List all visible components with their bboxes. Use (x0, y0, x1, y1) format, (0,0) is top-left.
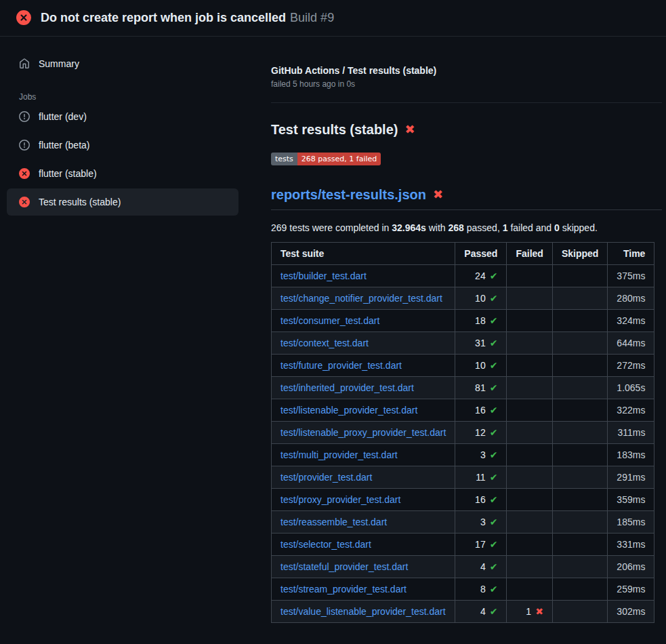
check-icon: ✔ (490, 360, 498, 371)
passed-cell: 16✔ (455, 399, 507, 421)
skipped-cell (552, 421, 607, 443)
page-title: Do not create report when job is cancell… (41, 10, 334, 26)
passed-count: 11 (476, 472, 486, 483)
x-circle-fill-icon (16, 10, 31, 25)
failed-cell (507, 510, 552, 533)
table-header-row: Test suitePassedFailedSkippedTime (272, 242, 654, 264)
suite-link[interactable]: test/listenable_proxy_provider_test.dart (280, 427, 446, 438)
passed-count: 10 (475, 360, 486, 371)
passed-count: 81 (475, 382, 486, 393)
suite-link[interactable]: test/multi_provider_test.dart (280, 449, 398, 460)
suite-cell: test/inherited_provider_test.dart (272, 376, 455, 399)
badge-label: tests (271, 153, 297, 165)
skipped-cell (552, 309, 607, 331)
check-icon: ✔ (490, 539, 498, 550)
x-circle-fill-icon (19, 168, 30, 179)
suite-cell: test/change_notifier_provider_test.dart (272, 287, 455, 309)
suite-link[interactable]: test/context_test.dart (280, 338, 369, 348)
suite-link[interactable]: test/stream_provider_test.dart (280, 584, 407, 595)
summary-duration: 32.964s (392, 222, 426, 233)
table-row: test/listenable_provider_test.dart 16✔ 3… (272, 399, 654, 421)
x-circle-fill-icon (19, 197, 30, 207)
suite-link[interactable]: test/provider_test.dart (280, 472, 372, 483)
sidebar-summary-label: Summary (39, 58, 79, 69)
passed-count: 16 (475, 405, 486, 416)
passed-count: 3 (480, 517, 486, 527)
suite-cell: test/stateful_provider_test.dart (272, 555, 455, 578)
passed-cell: 4✔ (455, 600, 507, 622)
column-header-failed: Failed (507, 242, 552, 264)
passed-cell: 11✔ (455, 466, 507, 488)
failed-cell (507, 376, 552, 399)
sidebar-job-item[interactable]: Test results (stable) (7, 188, 238, 216)
check-icon: ✔ (490, 405, 498, 416)
check-icon: ✔ (490, 382, 498, 393)
sidebar-item-summary[interactable]: Summary (7, 53, 238, 75)
suite-link[interactable]: test/reassemble_test.dart (280, 517, 387, 527)
summary-text: 269 tests were completed in (271, 222, 392, 233)
check-icon: ✔ (490, 606, 498, 617)
table-row: test/change_notifier_provider_test.dart … (272, 287, 654, 309)
passed-cell: 3✔ (455, 443, 507, 466)
sidebar-job-item[interactable]: flutter (stable) (7, 160, 238, 187)
passed-cell: 16✔ (455, 488, 507, 510)
suite-link[interactable]: test/proxy_provider_test.dart (280, 494, 400, 505)
tests-badge: tests 268 passed, 1 failed (271, 153, 381, 165)
build-number: Build #9 (290, 11, 334, 24)
sidebar-job-item[interactable]: flutter (beta) (7, 132, 238, 159)
summary-text: failed and (508, 222, 555, 233)
check-icon: ✔ (490, 338, 498, 348)
time-cell: 1.065s (608, 376, 654, 399)
sidebar: Summary Jobs flutter (dev) flutter (beta… (0, 37, 257, 216)
results-table: Test suitePassedFailedSkippedTime test/b… (271, 242, 654, 623)
suite-link[interactable]: test/value_listenable_provider_test.dart (280, 606, 446, 617)
table-row: test/inherited_provider_test.dart 81✔ 1.… (272, 376, 654, 399)
check-icon: ✔ (490, 315, 498, 326)
report-link[interactable]: reports/test-results.json (271, 187, 426, 203)
check-icon: ✔ (490, 270, 498, 281)
summary-line: 269 tests were completed in 32.964s with… (271, 222, 662, 233)
time-cell: 324ms (608, 309, 654, 331)
home-icon (19, 58, 30, 69)
time-cell: 206ms (608, 555, 654, 578)
passed-cell: 4✔ (455, 555, 507, 578)
passed-cell: 31✔ (455, 331, 507, 354)
failed-cell (507, 399, 552, 421)
suite-cell: test/multi_provider_test.dart (272, 443, 455, 466)
time-cell: 272ms (608, 354, 654, 376)
suite-link[interactable]: test/selector_test.dart (280, 539, 371, 550)
sidebar-job-item[interactable]: flutter (dev) (7, 103, 238, 130)
table-row: test/value_listenable_provider_test.dart… (272, 600, 654, 622)
failed-cell (507, 533, 552, 555)
sidebar-job-label: flutter (dev) (39, 111, 87, 122)
suite-link[interactable]: test/builder_test.dart (280, 270, 367, 281)
table-row: test/multi_provider_test.dart 3✔ 183ms (272, 443, 654, 466)
failed-cell (507, 488, 552, 510)
table-row: test/future_provider_test.dart 10✔ 272ms (272, 354, 654, 376)
suite-cell: test/proxy_provider_test.dart (272, 488, 455, 510)
suite-link[interactable]: test/inherited_provider_test.dart (280, 382, 414, 393)
skipped-cell (552, 287, 607, 309)
table-row: test/builder_test.dart 24✔ 375ms (272, 264, 654, 287)
summary-text: skipped. (560, 222, 598, 233)
suite-link[interactable]: test/listenable_provider_test.dart (280, 405, 417, 416)
passed-count: 17 (475, 539, 486, 550)
passed-cell: 12✔ (455, 421, 507, 443)
time-cell: 183ms (608, 443, 654, 466)
suite-link[interactable]: test/stateful_provider_test.dart (280, 561, 408, 572)
time-cell: 375ms (608, 264, 654, 287)
suite-link[interactable]: test/future_provider_test.dart (280, 360, 402, 371)
column-header-time: Time (608, 242, 654, 264)
suite-link[interactable]: test/change_notifier_provider_test.dart (280, 293, 442, 304)
table-row: test/listenable_proxy_provider_test.dart… (272, 421, 654, 443)
check-icon: ✔ (490, 449, 498, 460)
check-icon: ✔ (490, 494, 498, 505)
skipped-cell (552, 488, 607, 510)
failed-cell (507, 354, 552, 376)
passed-count: 4 (480, 561, 486, 572)
summary-text: with (426, 222, 449, 233)
skipped-cell (552, 376, 607, 399)
time-cell: 280ms (608, 287, 654, 309)
suite-link[interactable]: test/consumer_test.dart (280, 315, 379, 326)
suite-cell: test/future_provider_test.dart (272, 354, 455, 376)
